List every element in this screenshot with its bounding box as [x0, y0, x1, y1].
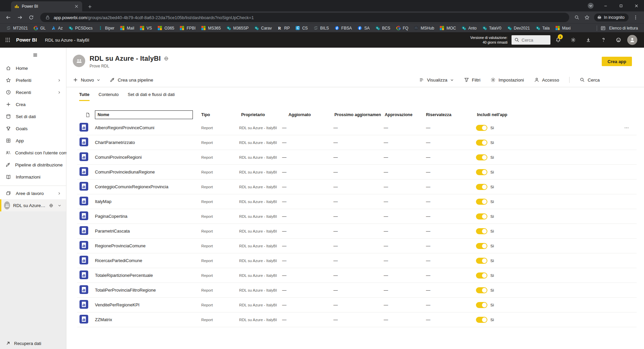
bookmark-fbsa[interactable]: FBSA [332, 25, 355, 31]
tab-set-di-dati-e-flussi-di-dati[interactable]: Set di dati e flussi di dati [128, 92, 175, 101]
browser-hub-icon[interactable] [586, 1, 596, 11]
sidebar-item-condivisi-con-l-utente-corr[interactable]: Condivisi con l'utente corr... [0, 147, 66, 159]
table-row[interactable]: VenditePerRegioneKPIReportRDL su Azure -… [77, 298, 637, 312]
app-launcher-waffle-icon[interactable] [0, 32, 15, 48]
endorsement-column-header[interactable]: Approvazione [384, 112, 426, 117]
nav-search-box[interactable] [512, 35, 550, 45]
bookmark-sa[interactable]: SA [355, 25, 372, 31]
powerbi-brand[interactable]: Power BI [16, 37, 37, 43]
sidebar-item-preferiti[interactable]: Preferiti [0, 74, 66, 86]
table-row[interactable]: ItalyMapReportRDL su Azure - ItalyBI————… [77, 194, 637, 209]
next-refresh-column-header[interactable]: Prossimo aggiornamen [333, 112, 384, 117]
include-in-app-toggle[interactable] [476, 213, 487, 219]
feedback-smiley-icon[interactable] [611, 32, 626, 48]
table-row[interactable]: ConteggioComunixRegionexProvinciaReportR… [77, 180, 637, 194]
incognito-badge[interactable]: In incognito [594, 13, 629, 21]
reading-list[interactable]: Elenco di lettura [597, 26, 641, 31]
report-name-link[interactable]: TotaliPerProvinciaFiltroRegione [95, 288, 201, 293]
report-name-link[interactable]: TotaleRipartizionePercentuale [95, 273, 201, 278]
notifications-button[interactable]: 1 [550, 32, 566, 48]
report-name-link[interactable]: ChartParametrizzato [95, 140, 201, 145]
bookmark-mshub[interactable]: MSHub [411, 25, 437, 31]
sidebar-current-workspace[interactable]: RDL su Azure - I... [0, 199, 66, 211]
back-button[interactable] [3, 12, 13, 22]
sidebar-item-informazioni[interactable]: Informazioni [0, 171, 66, 183]
owner-column-header[interactable]: Proprietario [239, 112, 282, 117]
address-bar[interactable]: app.powerbi.com/groups/aa2bed40-4b79-4cd… [40, 13, 569, 22]
bookmark-dev2021[interactable]: sDev2021 [504, 25, 533, 31]
tab-tutte[interactable]: Tutte [79, 92, 90, 101]
bookmark-tala[interactable]: sTala [533, 25, 552, 31]
bookmark-vs[interactable]: VS [137, 25, 155, 31]
settings-button[interactable]: Impostazioni [490, 77, 524, 83]
include-in-app-toggle[interactable] [476, 228, 487, 234]
include-in-app-toggle[interactable] [476, 258, 487, 264]
bookmark-az[interactable]: Az [48, 25, 65, 31]
bookmark-anto[interactable]: sAnto [459, 25, 479, 31]
row-more-options-icon[interactable] [624, 125, 629, 131]
report-name-link[interactable]: ParametriCascata [95, 229, 201, 234]
sidebar-item-app[interactable]: App [0, 135, 66, 147]
table-row[interactable]: ComuniProvinceRegioniReportRDL su Azure … [77, 150, 637, 165]
table-row[interactable]: ParametriCascataReportRDL su Azure - Ita… [77, 224, 637, 239]
bookmark-cs[interactable]: CCS [292, 25, 311, 31]
report-name-link[interactable]: RicercaxPartediComune [95, 258, 201, 263]
sidebar-item-goals[interactable]: Goals [0, 122, 66, 135]
bookmark-talav0[interactable]: sTalaV0 [479, 25, 504, 31]
include-in-app-toggle[interactable] [476, 317, 487, 323]
report-name-link[interactable]: RegioneProvinciaComune [95, 243, 201, 248]
include-in-app-toggle[interactable] [476, 184, 487, 190]
view-button[interactable]: Visualizza [419, 77, 454, 83]
tab-contenuto[interactable]: Contenuto [99, 92, 119, 101]
include-in-app-toggle[interactable] [476, 287, 487, 293]
search-icon[interactable] [572, 12, 582, 22]
bookmark-m365sp[interactable]: sM365SP [223, 25, 251, 31]
table-row[interactable]: AlberoRegioniProvinceComuniReportRDL su … [77, 120, 637, 135]
include-in-app-toggle[interactable] [476, 140, 487, 146]
bookmark-gl[interactable]: GL [31, 25, 48, 31]
bookmark-moc[interactable]: MOC [437, 25, 459, 31]
sensitivity-column-header[interactable]: Riservatezza [426, 112, 476, 117]
report-name-link[interactable]: ComuniProvinciediunaRegione [95, 169, 201, 174]
tab-close-icon[interactable] [74, 4, 79, 9]
sidebar-item-workspaces[interactable]: Aree di lavoro [0, 187, 66, 199]
help-icon[interactable] [596, 32, 611, 48]
bookmark-mt2021[interactable]: MT2021 [3, 25, 31, 31]
sidebar-item-recenti[interactable]: Recenti [0, 86, 66, 98]
bookmark-bils[interactable]: BILS [311, 25, 332, 31]
bookmark-biper[interactable]: Biper [95, 25, 117, 31]
sidebar-item-crea[interactable]: Crea [0, 98, 66, 110]
bookmark-ms365[interactable]: MS365 [198, 25, 223, 31]
table-row[interactable]: PaginaCopertinaReportRDL su Azure - Ital… [77, 209, 637, 224]
bookmark-bcs[interactable]: sBCS [372, 25, 393, 31]
new-button[interactable]: Nuovo [73, 77, 100, 83]
create-pipeline-button[interactable]: Crea una pipeline [110, 77, 153, 83]
new-tab-button[interactable] [88, 4, 92, 9]
create-app-button[interactable]: Crea app [602, 57, 632, 66]
include-in-app-column-header[interactable]: Includi nell'app [476, 112, 637, 117]
bookmark-star-icon[interactable] [582, 12, 592, 22]
forward-button[interactable] [15, 12, 25, 22]
bookmark-o365[interactable]: O365 [155, 25, 177, 31]
sidebar-collapse-hamburger-icon[interactable] [0, 50, 66, 60]
window-close-button[interactable] [629, 0, 644, 11]
include-in-app-toggle[interactable] [476, 125, 487, 131]
sidebar-item-home[interactable]: Home [0, 62, 66, 74]
window-restore-button[interactable] [613, 0, 629, 11]
get-data-button[interactable]: Recupera dati [0, 338, 66, 349]
report-name-link[interactable]: ComuniProvinceRegioni [95, 155, 201, 160]
bookmark-pcsdocs[interactable]: sPCSDocs [65, 25, 95, 31]
updated-column-header[interactable]: Aggiornato [282, 112, 333, 117]
download-icon[interactable] [581, 32, 596, 48]
table-row[interactable]: ChartParametrizzatoReportRDL su Azure - … [77, 135, 637, 150]
sidebar-item-pipeline-di-distribuzione[interactable]: Pipeline di distribuzione [0, 159, 66, 171]
bookmark-mail[interactable]: Mail [117, 25, 137, 31]
report-name-link[interactable]: ConteggioComunixRegionexProvincia [95, 184, 201, 189]
user-avatar[interactable] [627, 35, 637, 45]
type-column-header[interactable]: Tipo [201, 112, 239, 117]
access-button[interactable]: Accesso [534, 77, 559, 83]
include-in-app-toggle[interactable] [476, 154, 487, 160]
include-in-app-toggle[interactable] [476, 199, 487, 205]
bookmark-maxi[interactable]: Maxi [552, 25, 573, 31]
refresh-button[interactable] [26, 12, 36, 22]
